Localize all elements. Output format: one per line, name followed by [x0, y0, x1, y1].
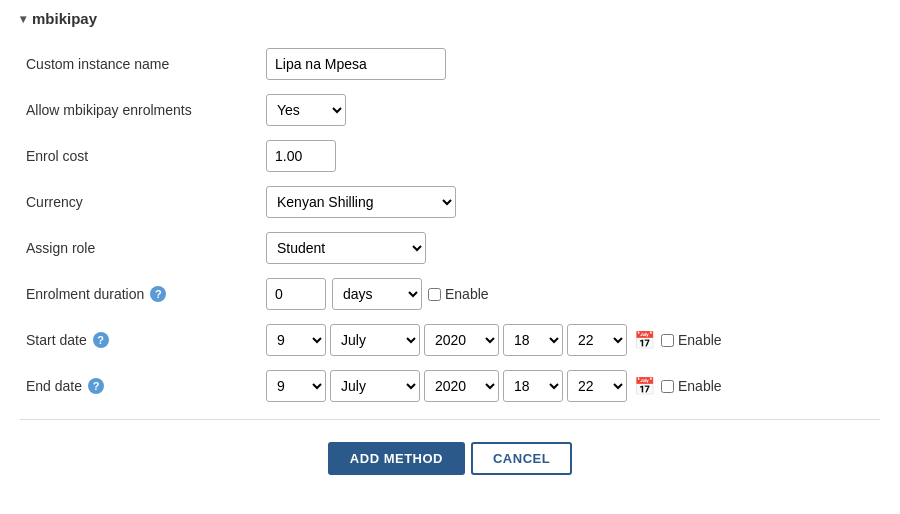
- label-end-date: End date ?: [20, 363, 260, 409]
- row-enrol-cost: Enrol cost: [20, 133, 880, 179]
- row-end-date: End date ? 9 JanuaryFebruaryMarchAprilMa…: [20, 363, 880, 409]
- row-assign-role: Assign role Student Teacher Manager: [20, 225, 880, 271]
- label-enrol-cost: Enrol cost: [20, 133, 260, 179]
- start-date-year-select[interactable]: 2020: [424, 324, 499, 356]
- end-date-day-select[interactable]: 9: [266, 370, 326, 402]
- section-arrow: ▾: [20, 12, 26, 26]
- end-date-year-select[interactable]: 2020: [424, 370, 499, 402]
- row-currency: Currency Kenyan Shilling US Dollar Euro …: [20, 179, 880, 225]
- label-custom-instance-name: Custom instance name: [20, 41, 260, 87]
- start-date-help-icon[interactable]: ?: [93, 332, 109, 348]
- enrol-cost-input[interactable]: [266, 140, 336, 172]
- duration-enable-label: Enable: [428, 286, 489, 302]
- button-row: ADD METHOD CANCEL: [20, 430, 880, 485]
- section-name: mbikipay: [32, 10, 97, 27]
- end-date-min-select[interactable]: 22: [567, 370, 627, 402]
- start-date-enable-checkbox[interactable]: [661, 334, 674, 347]
- label-allow-enrolments: Allow mbikipay enrolments: [20, 87, 260, 133]
- duration-enable-checkbox[interactable]: [428, 288, 441, 301]
- start-date-min-select[interactable]: 22: [567, 324, 627, 356]
- end-date-enable-checkbox[interactable]: [661, 380, 674, 393]
- duration-input[interactable]: [266, 278, 326, 310]
- section-title: ▾ mbikipay: [20, 10, 880, 27]
- label-enrolment-duration: Enrolment duration ?: [20, 271, 260, 317]
- currency-select[interactable]: Kenyan Shilling US Dollar Euro British P…: [266, 186, 456, 218]
- end-date-help-icon[interactable]: ?: [88, 378, 104, 394]
- add-method-button[interactable]: ADD METHOD: [328, 442, 465, 475]
- start-date-hour-select[interactable]: 18: [503, 324, 563, 356]
- end-date-calendar-icon[interactable]: 📅: [631, 373, 657, 399]
- label-start-date: Start date ?: [20, 317, 260, 363]
- enrolment-duration-help-icon[interactable]: ?: [150, 286, 166, 302]
- end-date-month-select[interactable]: JanuaryFebruaryMarchAprilMayJuneJulyAugu…: [330, 370, 420, 402]
- duration-unit-select[interactable]: days weeks months years: [332, 278, 422, 310]
- start-date-enable-label: Enable: [661, 332, 722, 348]
- end-date-hour-select[interactable]: 18: [503, 370, 563, 402]
- start-date-day-select[interactable]: 9: [266, 324, 326, 356]
- row-allow-enrolments: Allow mbikipay enrolments Yes No: [20, 87, 880, 133]
- start-date-calendar-icon[interactable]: 📅: [631, 327, 657, 353]
- label-assign-role: Assign role: [20, 225, 260, 271]
- assign-role-select[interactable]: Student Teacher Manager: [266, 232, 426, 264]
- custom-instance-name-input[interactable]: [266, 48, 446, 80]
- start-date-month-select[interactable]: JanuaryFebruaryMarchAprilMayJuneJulyAugu…: [330, 324, 420, 356]
- row-enrolment-duration: Enrolment duration ? days weeks months y…: [20, 271, 880, 317]
- row-start-date: Start date ? 9 JanuaryFebruaryMarchApril…: [20, 317, 880, 363]
- row-custom-instance-name: Custom instance name: [20, 41, 880, 87]
- cancel-button[interactable]: CANCEL: [471, 442, 572, 475]
- form-divider: [20, 419, 880, 420]
- allow-enrolments-select[interactable]: Yes No: [266, 94, 346, 126]
- label-currency: Currency: [20, 179, 260, 225]
- end-date-enable-label: Enable: [661, 378, 722, 394]
- form-table: Custom instance name Allow mbikipay enro…: [20, 41, 880, 409]
